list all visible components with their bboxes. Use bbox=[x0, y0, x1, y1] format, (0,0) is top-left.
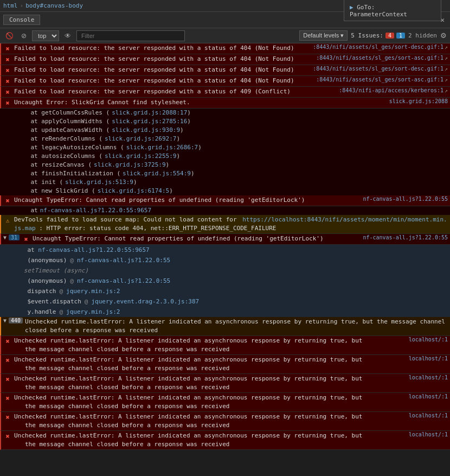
log-source-link[interactable]: slick.grid.js:2088 bbox=[389, 98, 448, 104]
issues-badge: 5 Issues: 4 1 bbox=[351, 32, 405, 39]
log-source-link[interactable]: localhost/:1 bbox=[409, 337, 448, 342]
stack-loc[interactable]: slick.grid.js:930:9 bbox=[112, 126, 180, 135]
log-entry-sub: ✖ Unchecked runtime.lastError: A listene… bbox=[0, 412, 450, 431]
log-text: Failed to load resource: the server resp… bbox=[14, 44, 313, 53]
warn-icon: ⚠ bbox=[3, 216, 12, 225]
stack-loc[interactable]: slick.grid.js:554:9 bbox=[123, 169, 191, 178]
log-text: Uncaught Error: SlickGrid Cannot find st… bbox=[14, 98, 389, 107]
pause-button[interactable]: ⊘ bbox=[19, 31, 29, 41]
breadcrumb-bar: html › body#canvas-body ▶ GoTo: Componen… bbox=[0, 0, 450, 12]
error-icon: ✖ bbox=[3, 77, 12, 86]
external-icon: ↗ bbox=[445, 77, 448, 82]
clear-button[interactable]: 🚫 bbox=[3, 31, 16, 41]
error-icon: ✖ bbox=[3, 375, 12, 384]
stack-loc[interactable]: slick.grid.js:2692:7 bbox=[105, 135, 176, 143]
stack-loc-link[interactable]: jquery.event.drag-2.3.0.js:387 bbox=[91, 297, 199, 306]
log-entry: ✖ Failed to load resource: the server re… bbox=[0, 87, 450, 98]
expand-arrow[interactable] bbox=[3, 234, 7, 240]
stack-loc[interactable]: slick.grid.js:2686:7 bbox=[126, 143, 198, 152]
stack-loc-link[interactable]: nf-canvas-all.js?1.22.0:55 bbox=[77, 256, 170, 265]
stack-entry: y.handle @ jquery.min.js:2 bbox=[11, 307, 450, 317]
log-text: Unchecked runtime.lastError: A listener … bbox=[14, 412, 409, 430]
log-source-link[interactable]: :8443/nifi/assets/sl_ges/sort-asc.gif:1 bbox=[316, 77, 443, 82]
error-count-badge: 4 bbox=[385, 33, 394, 39]
log-text: Unchecked runtime.lastError: A listener … bbox=[14, 337, 409, 354]
breadcrumb-sep: › bbox=[20, 2, 24, 9]
fn-name: dispatch bbox=[13, 287, 56, 296]
log-source-link[interactable]: localhost/:1 bbox=[409, 356, 448, 361]
stack-loc-link[interactable]: jquery.min.js:2 bbox=[66, 307, 120, 316]
log-source-link[interactable]: localhost/:1 bbox=[409, 431, 448, 437]
stack-line: at new SlickGrid (slick.grid.js:6174:5) bbox=[0, 187, 450, 195]
log-text: Uncaught TypeError: Cannot read properti… bbox=[33, 234, 363, 243]
stack-loc[interactable]: nf-canvas-all.js?1.22.0:55:9657 bbox=[40, 206, 151, 215]
eye-button[interactable]: 👁 bbox=[62, 31, 73, 41]
log-text: Failed to load resource: the server resp… bbox=[14, 55, 316, 64]
log-source-link[interactable]: :8443/nifi/assets/sl_ges/sort-asc.gif:1 bbox=[316, 55, 443, 61]
log-entry: ✖ Failed to load resource: the server re… bbox=[0, 43, 450, 54]
breadcrumb-html[interactable]: html bbox=[3, 2, 18, 9]
breadcrumb-body[interactable]: body#canvas-body bbox=[25, 2, 83, 9]
stack-line: at nf-canvas-all.js?1.22.0:55:9657 bbox=[0, 206, 450, 215]
error-icon: ✖ bbox=[3, 196, 12, 205]
stack-line: at init (slick.grid.js:513:9) bbox=[0, 178, 450, 187]
log-source-link[interactable]: localhost/:1 bbox=[409, 375, 448, 380]
log-entry: ✖ Failed to load resource: the server re… bbox=[0, 65, 450, 76]
stack-loc[interactable]: slick.grid.js:3725:9 bbox=[94, 161, 165, 169]
log-entry-warning: ⚠ DevTools failed to load source map: Co… bbox=[0, 215, 450, 234]
hidden-count: 2 hidden bbox=[408, 32, 437, 39]
context-select[interactable]: top bbox=[32, 30, 59, 41]
goto-parameter-context[interactable]: ▶ GoTo: ParameterContext bbox=[344, 2, 441, 20]
stack-loc-link[interactable]: nf-canvas-all.js?1.22.0:55:9657 bbox=[38, 246, 149, 253]
log-source-link[interactable]: :8443/nifi/assets/sl_ges/sort-desc.gif:1 bbox=[313, 44, 443, 50]
stack-loc[interactable]: slick.grid.js:2785:16 bbox=[112, 117, 187, 126]
log-entry-typeerror: ✖ Uncaught TypeError: Cannot read proper… bbox=[0, 195, 450, 206]
stack-loc-link[interactable]: nf-canvas-all.js?1.22.0:55 bbox=[77, 276, 170, 285]
error-icon: ✖ bbox=[3, 99, 12, 107]
async-label: setTimeout (async) bbox=[11, 265, 450, 276]
stack-loc[interactable]: slick.grid.js:513:9 bbox=[65, 178, 133, 187]
filter-input[interactable] bbox=[76, 30, 185, 41]
error-icon: ✖ bbox=[3, 45, 12, 53]
log-text: Unchecked runtime.lastError: A listener … bbox=[25, 318, 448, 335]
log-source-link[interactable]: :8443/nifi/assets/sl_ges/sort-desc.gif:1 bbox=[313, 66, 443, 72]
log-source-link[interactable]: nf-canvas-all.js?1.22.0:55 bbox=[363, 234, 448, 240]
fn-name: (anonymous) bbox=[13, 256, 67, 265]
stack-line: at resizeCanvas (slick.grid.js:3725:9) bbox=[0, 161, 450, 169]
stack-loc[interactable]: slick.grid.js:2255:9 bbox=[105, 152, 176, 161]
error-icon: ✖ bbox=[3, 88, 12, 97]
stack-entry: $event.dispatch @ jquery.event.drag-2.3.… bbox=[11, 296, 450, 307]
console-tab[interactable]: Console bbox=[3, 15, 40, 25]
error-icon: ✖ bbox=[3, 432, 12, 441]
log-text: Failed to load resource: the server resp… bbox=[14, 77, 316, 85]
log-source-link[interactable]: :8443/nifi-api/access/kerberos:1 bbox=[339, 87, 443, 93]
count-badge-440: 440 bbox=[9, 318, 23, 323]
stack-loc[interactable]: slick.grid.js:6174:5 bbox=[98, 187, 169, 195]
levels-button[interactable]: Default levels ▾ bbox=[299, 30, 348, 41]
external-icon: ↗ bbox=[445, 66, 448, 72]
stack-loc-link[interactable]: jquery.min.js:2 bbox=[66, 287, 120, 296]
gear-button[interactable]: ⚙ bbox=[440, 31, 447, 40]
log-source-link[interactable]: localhost/:1 bbox=[409, 394, 448, 399]
log-entry: ✖ Failed to load resource: the server re… bbox=[0, 76, 450, 87]
stack-line: at legacyAutosizeColumns (slick.grid.js:… bbox=[0, 143, 450, 152]
fn-name: y.handle bbox=[13, 307, 56, 316]
log-text: Uncaught TypeError: Cannot read properti… bbox=[14, 196, 363, 205]
stack-line: at autosizeColumns (slick.grid.js:2255:9… bbox=[0, 152, 450, 161]
log-entry-grouped-440: 440 Unchecked runtime.lastError: A liste… bbox=[0, 317, 450, 336]
log-text: Failed to load resource: the server resp… bbox=[14, 87, 339, 96]
error-icon: ✖ bbox=[3, 394, 12, 403]
source-map-link[interactable]: https://localhost:8443/nifi/assets/momen… bbox=[14, 216, 447, 232]
stack-loc[interactable]: slick.grid.js:2088:17 bbox=[112, 109, 187, 117]
log-source-link[interactable]: localhost/:1 bbox=[409, 412, 448, 418]
external-icon: ↗ bbox=[445, 44, 448, 50]
log-entry-sub: ✖ Unchecked runtime.lastError: A listene… bbox=[0, 355, 450, 374]
stack-entry: (anonymous) @ nf-canvas-all.js?1.22.0:55 bbox=[11, 255, 450, 265]
fn-name: $event.dispatch bbox=[13, 297, 81, 306]
log-source-link[interactable]: nf-canvas-all.js?1.22.0:55 bbox=[363, 196, 448, 202]
log-entry-sub: ✖ Unchecked runtime.lastError: A listene… bbox=[0, 431, 450, 450]
log-area[interactable]: ✖ Failed to load resource: the server re… bbox=[0, 43, 450, 476]
expand-arrow[interactable] bbox=[3, 318, 7, 323]
stack-line: at updateCanvasWidth (slick.grid.js:930:… bbox=[0, 126, 450, 135]
stack-line: at reRenderColumns (slick.grid.js:2692:7… bbox=[0, 135, 450, 143]
